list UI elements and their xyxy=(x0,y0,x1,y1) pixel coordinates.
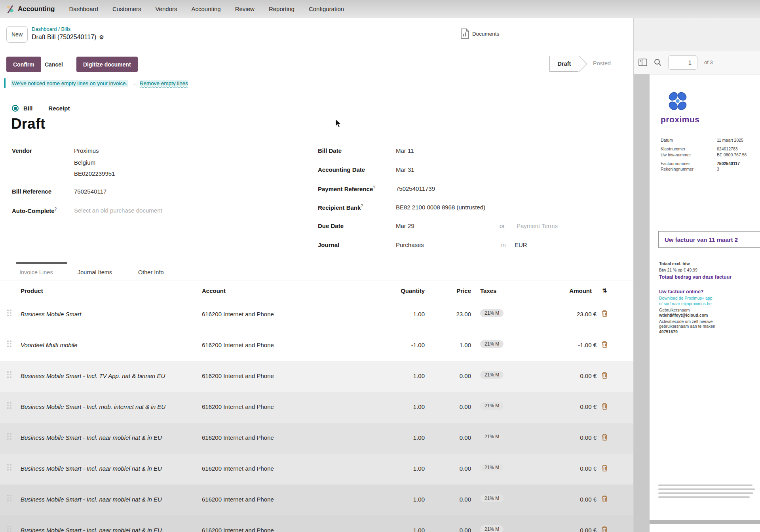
pdf-app-link[interactable]: Download de Proximus+ app xyxy=(659,296,712,300)
tab-journal-items[interactable]: Journal Items xyxy=(78,269,112,276)
tab-invoice-lines[interactable]: Invoice Lines xyxy=(19,269,53,276)
delete-row-icon[interactable] xyxy=(602,526,608,532)
cell-product[interactable]: Business Mobile Smart - Incl. naar mobie… xyxy=(21,434,162,441)
nav-item-dashboard[interactable]: Dashboard xyxy=(69,6,98,12)
accounting-date-value[interactable]: Mar 31 xyxy=(396,166,414,173)
col-product[interactable]: Product xyxy=(21,287,43,294)
table-row[interactable]: Business Mobile Smart - Incl. naar mobie… xyxy=(0,454,633,484)
table-row[interactable]: Business Mobile Smart - Incl. naar mobie… xyxy=(0,515,633,532)
drag-handle-icon[interactable] xyxy=(7,526,11,532)
cell-account[interactable]: 616200 Internet and Phone xyxy=(202,311,274,317)
nav-item-configuration[interactable]: Configuration xyxy=(309,6,344,12)
cell-price[interactable]: 0.00 xyxy=(460,434,471,441)
cell-quantity[interactable]: 1.00 xyxy=(413,403,425,410)
payment-reference-value[interactable]: 750254011739 xyxy=(396,185,435,192)
nav-item-customers[interactable]: Customers xyxy=(112,6,141,12)
cell-product[interactable]: Business Mobile Smart - Incl. naar mobie… xyxy=(21,496,162,503)
recipient-bank-value[interactable]: BE82 2100 0008 8968 (untrusted) xyxy=(396,204,485,211)
cell-account[interactable]: 616200 Internet and Phone xyxy=(202,372,274,379)
delete-row-icon[interactable] xyxy=(602,341,608,349)
cell-quantity[interactable]: 1.00 xyxy=(413,434,425,441)
currency-value[interactable]: EUR xyxy=(515,241,527,248)
receipt-radio-label[interactable]: Receipt xyxy=(48,105,70,112)
col-account[interactable]: Account xyxy=(202,287,226,294)
nav-item-vendors[interactable]: Vendors xyxy=(155,6,177,12)
cell-price[interactable]: 0.00 xyxy=(460,527,471,532)
table-row[interactable]: Business Mobile Smart - Incl. naar mobie… xyxy=(0,484,633,515)
cell-taxes[interactable]: 21% M xyxy=(480,494,504,501)
drag-handle-icon[interactable] xyxy=(7,433,11,440)
table-row[interactable]: Business Mobile Smart - Incl. naar mobie… xyxy=(0,423,633,454)
confirm-button[interactable]: Confirm xyxy=(6,57,41,72)
cell-product[interactable]: Business Mobile Smart - Incl. naar mobie… xyxy=(21,465,162,472)
cell-quantity[interactable]: 1.00 xyxy=(413,496,425,503)
cell-account[interactable]: 616200 Internet and Phone xyxy=(202,527,274,532)
col-price[interactable]: Price xyxy=(456,287,471,294)
delete-row-icon[interactable] xyxy=(602,495,608,504)
journal-value[interactable]: Purchases xyxy=(396,241,424,248)
nav-item-reporting[interactable]: Reporting xyxy=(269,6,294,12)
cell-product[interactable]: Business Mobile Smart - Incl. TV App. na… xyxy=(21,372,165,379)
cell-price[interactable]: 0.00 xyxy=(460,372,471,379)
cell-price[interactable]: 0.00 xyxy=(460,465,471,472)
delete-row-icon[interactable] xyxy=(602,464,608,473)
col-quantity[interactable]: Quantity xyxy=(401,287,425,294)
cell-price[interactable]: 23.00 xyxy=(456,311,471,317)
cell-taxes[interactable]: 21% M xyxy=(480,525,504,532)
bill-radio-label[interactable]: Bill xyxy=(23,105,32,112)
cell-taxes[interactable]: 21% M xyxy=(480,402,504,408)
cell-account[interactable]: 616200 Internet and Phone xyxy=(202,496,274,503)
new-button[interactable]: New xyxy=(6,26,28,43)
optional-columns-icon[interactable]: ⇅ xyxy=(602,287,607,294)
cell-quantity[interactable]: 1.00 xyxy=(413,311,425,317)
cell-product[interactable]: Voordeel Multi mobile xyxy=(21,342,78,348)
delete-row-icon[interactable] xyxy=(602,433,608,442)
cell-account[interactable]: 616200 Internet and Phone xyxy=(202,403,274,410)
breadcrumb[interactable]: Dashboard / Bills xyxy=(32,26,70,32)
cell-quantity[interactable]: -1.00 xyxy=(411,342,425,348)
delete-row-icon[interactable] xyxy=(602,310,608,318)
status-posted-badge[interactable]: Posted xyxy=(593,60,611,66)
remove-empty-lines-link[interactable]: Remove empty lines xyxy=(140,80,188,86)
vendor-value[interactable]: Proximus xyxy=(74,147,99,154)
app-brand[interactable]: Accounting xyxy=(6,5,55,13)
drag-handle-icon[interactable] xyxy=(7,402,11,409)
delete-row-icon[interactable] xyxy=(602,372,608,380)
cell-price[interactable]: 0.00 xyxy=(460,403,471,410)
drag-handle-icon[interactable] xyxy=(7,310,11,316)
drag-handle-icon[interactable] xyxy=(7,371,11,378)
cell-price[interactable]: 1.00 xyxy=(460,342,471,348)
gear-icon[interactable]: ⚙ xyxy=(99,34,104,40)
delete-row-icon[interactable] xyxy=(602,403,608,411)
table-row[interactable]: Business Mobile Smart - Incl. mob. inter… xyxy=(0,392,633,423)
bill-reference-value[interactable]: 7502540117 xyxy=(74,188,106,195)
cell-taxes[interactable]: 21% M xyxy=(480,309,504,316)
auto-complete-field[interactable]: Select an old purchase document xyxy=(74,207,162,214)
cell-taxes[interactable]: 21% M xyxy=(480,464,504,470)
digitize-document-button[interactable]: Digitize document xyxy=(76,57,138,72)
status-draft-badge[interactable]: Draft xyxy=(549,56,579,72)
payment-terms-field[interactable]: Payment Terms xyxy=(517,222,558,229)
cell-account[interactable]: 616200 Internet and Phone xyxy=(202,342,274,348)
sidebar-toggle-icon[interactable] xyxy=(638,59,647,66)
cell-taxes[interactable]: 21% M xyxy=(480,340,504,347)
cell-quantity[interactable]: 1.00 xyxy=(413,465,425,472)
bill-date-value[interactable]: Mar 11 xyxy=(396,147,414,154)
cancel-button[interactable]: Cancel xyxy=(45,57,63,72)
page-number-input[interactable] xyxy=(668,55,697,70)
tab-other-info[interactable]: Other Info xyxy=(138,269,163,276)
documents-button[interactable]: Documents xyxy=(461,28,499,39)
table-row[interactable]: Voordeel Multi mobile 616200 Internet an… xyxy=(0,330,633,361)
cell-product[interactable]: Business Mobile Smart - Incl. mob. inter… xyxy=(21,403,165,410)
cell-taxes[interactable]: 21% M xyxy=(480,433,504,439)
cell-product[interactable]: Business Mobile Smart xyxy=(21,311,81,317)
bill-radio[interactable] xyxy=(12,105,19,112)
col-taxes[interactable]: Taxes xyxy=(480,287,496,294)
cell-product[interactable]: Business Mobile Smart - Incl. naar mobie… xyxy=(21,527,162,532)
table-row[interactable]: Business Mobile Smart 616200 Internet an… xyxy=(0,299,633,330)
cell-quantity[interactable]: 1.00 xyxy=(413,527,425,532)
table-row[interactable]: Business Mobile Smart - Incl. TV App. na… xyxy=(0,361,633,392)
cell-quantity[interactable]: 1.00 xyxy=(413,372,425,379)
due-date-value[interactable]: Mar 29 xyxy=(396,222,414,229)
nav-item-review[interactable]: Review xyxy=(235,6,255,12)
